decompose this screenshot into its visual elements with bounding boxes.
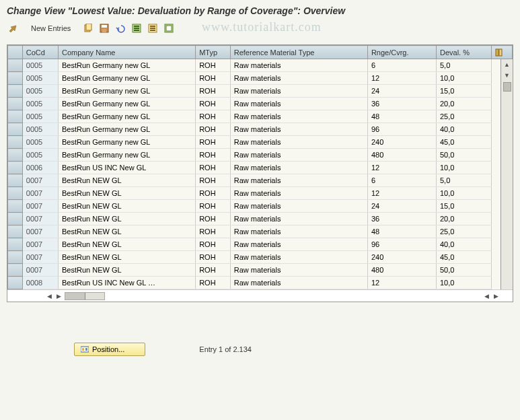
col-header-company[interactable]: Company Name — [59, 46, 196, 59]
scroll-thumb[interactable] — [503, 82, 511, 92]
cell-deval[interactable]: 45,0 — [436, 136, 491, 149]
cell-range[interactable]: 6 — [367, 174, 436, 187]
print-icon[interactable] — [162, 22, 176, 35]
row-marker[interactable] — [8, 162, 23, 174]
position-button[interactable]: Position... — [74, 343, 145, 356]
cell-refmat[interactable]: Raw materials — [230, 136, 367, 149]
cell-refmat[interactable]: Raw materials — [230, 110, 367, 123]
cell-company[interactable]: BestRun NEW GL — [59, 251, 196, 264]
row-marker[interactable] — [8, 85, 23, 98]
cell-deval[interactable]: 25,0 — [436, 225, 491, 238]
hscroll-track-left[interactable] — [65, 292, 105, 300]
cell-cocd[interactable]: 0007 — [22, 174, 58, 187]
cell-mtyp[interactable]: ROH — [196, 110, 231, 123]
cell-mtyp[interactable]: ROH — [196, 277, 231, 289]
cell-mtyp[interactable]: ROH — [196, 264, 231, 277]
cell-company[interactable]: BestRun Germany new GL — [59, 136, 196, 149]
cell-range[interactable]: 480 — [367, 149, 436, 162]
table-row[interactable]: 0007 BestRun NEW GL ROH Raw materials 12… — [8, 187, 513, 200]
table-row[interactable]: 0005 BestRun Germany new GL ROH Raw mate… — [8, 123, 513, 136]
col-header-range[interactable]: Rnge/Cvrg. — [367, 46, 436, 59]
cell-cocd[interactable]: 0005 — [22, 85, 58, 98]
cell-mtyp[interactable]: ROH — [196, 213, 231, 225]
table-row[interactable]: 0007 BestRun NEW GL ROH Raw materials 48… — [8, 225, 513, 238]
cell-company[interactable]: BestRun Germany new GL — [59, 149, 196, 162]
cell-deval[interactable]: 10,0 — [436, 187, 491, 200]
cell-refmat[interactable]: Raw materials — [230, 162, 367, 174]
cell-mtyp[interactable]: ROH — [196, 238, 231, 251]
cell-deval[interactable]: 10,0 — [436, 277, 491, 289]
scroll-up-icon[interactable]: ▲ — [503, 60, 512, 69]
hscroll-thumb-left[interactable] — [65, 293, 85, 300]
table-row[interactable]: 0005 BestRun Germany new GL ROH Raw mate… — [8, 59, 513, 72]
col-header-cocd[interactable]: CoCd — [22, 46, 58, 59]
cell-mtyp[interactable]: ROH — [196, 174, 231, 187]
row-marker[interactable] — [8, 200, 23, 213]
row-marker[interactable] — [8, 225, 23, 238]
table-row[interactable]: 0007 BestRun NEW GL ROH Raw materials 48… — [8, 264, 513, 277]
cell-deval[interactable]: 45,0 — [436, 251, 491, 264]
copy-icon[interactable] — [81, 22, 95, 35]
cell-cocd[interactable]: 0005 — [22, 136, 58, 149]
cell-range[interactable]: 240 — [367, 136, 436, 149]
table-row[interactable]: 0007 BestRun NEW GL ROH Raw materials 24… — [8, 200, 513, 213]
cell-cocd[interactable]: 0006 — [22, 162, 58, 174]
row-marker[interactable] — [8, 123, 23, 136]
row-marker[interactable] — [8, 187, 23, 200]
cell-deval[interactable]: 25,0 — [436, 110, 491, 123]
vertical-scrollbar[interactable]: ▲ ▼ — [500, 59, 513, 289]
table-row[interactable]: 0005 BestRun Germany new GL ROH Raw mate… — [8, 72, 513, 85]
cell-cocd[interactable]: 0007 — [22, 200, 58, 213]
cell-deval[interactable]: 15,0 — [436, 200, 491, 213]
hscroll-left-icon[interactable]: ◀ — [44, 291, 54, 301]
cell-company[interactable]: BestRun Germany new GL — [59, 85, 196, 98]
table-row[interactable]: 0005 BestRun Germany new GL ROH Raw mate… — [8, 85, 513, 98]
cell-cocd[interactable]: 0007 — [22, 187, 58, 200]
row-marker[interactable] — [8, 238, 23, 251]
cell-mtyp[interactable]: ROH — [196, 225, 231, 238]
cell-refmat[interactable]: Raw materials — [230, 59, 367, 72]
cell-mtyp[interactable]: ROH — [196, 59, 231, 72]
cell-deval[interactable]: 20,0 — [436, 213, 491, 225]
cell-mtyp[interactable]: ROH — [196, 123, 231, 136]
cell-mtyp[interactable]: ROH — [196, 162, 231, 174]
deselect-all-icon[interactable] — [146, 22, 159, 35]
cell-company[interactable]: BestRun US INC New GL … — [59, 277, 196, 289]
undo-icon[interactable] — [114, 22, 127, 35]
cell-refmat[interactable]: Raw materials — [230, 174, 367, 187]
cell-refmat[interactable]: Raw materials — [230, 98, 367, 110]
col-header-deval[interactable]: Deval. % — [436, 46, 491, 59]
new-entries-button[interactable]: New Entries — [26, 23, 76, 34]
cell-refmat[interactable]: Raw materials — [230, 251, 367, 264]
table-row[interactable]: 0007 BestRun NEW GL ROH Raw materials 24… — [8, 251, 513, 264]
cell-company[interactable]: BestRun NEW GL — [59, 200, 196, 213]
cell-company[interactable]: BestRun NEW GL — [59, 238, 196, 251]
table-row[interactable]: 0007 BestRun NEW GL ROH Raw materials 96… — [8, 238, 513, 251]
cell-cocd[interactable]: 0008 — [22, 277, 58, 289]
row-marker[interactable] — [8, 72, 23, 85]
cell-company[interactable]: BestRun NEW GL — [59, 213, 196, 225]
row-marker[interactable] — [8, 264, 23, 277]
toggle-display-icon[interactable] — [7, 22, 20, 35]
cell-refmat[interactable]: Raw materials — [230, 238, 367, 251]
cell-cocd[interactable]: 0007 — [22, 251, 58, 264]
cell-deval[interactable]: 15,0 — [436, 85, 491, 98]
cell-mtyp[interactable]: ROH — [196, 98, 231, 110]
table-row[interactable]: 0005 BestRun Germany new GL ROH Raw mate… — [8, 98, 513, 110]
cell-mtyp[interactable]: ROH — [196, 136, 231, 149]
table-row[interactable]: 0007 BestRun NEW GL ROH Raw materials 6 … — [8, 174, 513, 187]
row-marker[interactable] — [8, 110, 23, 123]
row-marker[interactable] — [8, 59, 23, 72]
table-row[interactable]: 0005 BestRun Germany new GL ROH Raw mate… — [8, 110, 513, 123]
cell-range[interactable]: 6 — [367, 59, 436, 72]
row-marker[interactable] — [8, 136, 23, 149]
cell-mtyp[interactable]: ROH — [196, 72, 231, 85]
cell-range[interactable]: 96 — [367, 238, 436, 251]
cell-range[interactable]: 12 — [367, 187, 436, 200]
cell-cocd[interactable]: 0005 — [22, 149, 58, 162]
cell-range[interactable]: 48 — [367, 110, 436, 123]
table-settings-icon[interactable] — [491, 46, 512, 59]
row-marker[interactable] — [8, 251, 23, 264]
cell-cocd[interactable]: 0007 — [22, 213, 58, 225]
table-row[interactable]: 0005 BestRun Germany new GL ROH Raw mate… — [8, 136, 513, 149]
